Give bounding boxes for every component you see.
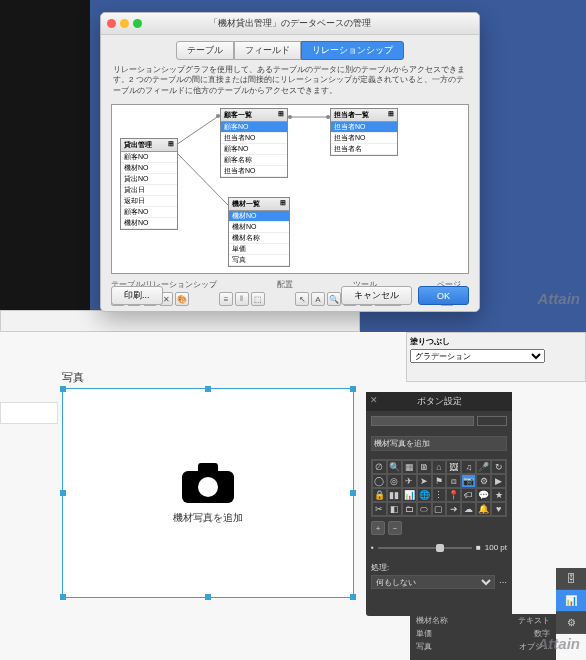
flag-icon[interactable]: ⚑: [432, 474, 447, 488]
add-icon-button[interactable]: +: [371, 521, 385, 535]
action-select[interactable]: 何もしない: [371, 575, 495, 589]
titlebar[interactable]: 「機材貸出管理」のデータベースの管理: [101, 13, 479, 35]
gear-icon[interactable]: ⚙: [476, 474, 491, 488]
tab-database-icon[interactable]: 🗄: [556, 568, 586, 590]
svg-point-5: [198, 477, 218, 497]
send-icon[interactable]: ✈: [402, 474, 417, 488]
home-icon[interactable]: ⌂: [432, 460, 447, 474]
relationship-graph[interactable]: 貸出管理⊞ 顧客NO 機材NO 貸出NO 貸出日 返却日 顧客NO 機材NO 顧…: [111, 104, 469, 274]
field-row[interactable]: 貸出NO: [121, 174, 177, 185]
camera-icon: [180, 461, 236, 505]
field-row[interactable]: 担当者NO: [331, 133, 397, 144]
prop-key: 写真: [416, 641, 432, 652]
field-row[interactable]: 担当者NO: [221, 133, 287, 144]
prop-key: 機材名称: [416, 615, 448, 626]
table-title: 顧客一覧: [224, 110, 252, 120]
box-icon[interactable]: ▢: [432, 502, 447, 516]
cylinder-icon[interactable]: ⬭: [417, 502, 432, 516]
field-row[interactable]: 貸出日: [121, 185, 177, 196]
folder-icon[interactable]: 🗀: [402, 502, 417, 516]
print-button[interactable]: 印刷...: [111, 286, 163, 305]
search-icon[interactable]: 🔍: [387, 460, 402, 474]
svg-rect-4: [198, 463, 218, 475]
fill-type-select[interactable]: グラデーション: [410, 349, 545, 363]
slider-max-icon: ■: [476, 543, 481, 552]
field-row[interactable]: 返却日: [121, 196, 177, 207]
cursor-icon[interactable]: ➤: [417, 474, 432, 488]
tab-relationships[interactable]: リレーションシップ: [301, 41, 404, 60]
chart-icon[interactable]: 📊: [402, 488, 417, 502]
lock-icon[interactable]: 🔒: [372, 488, 387, 502]
none-icon[interactable]: ∅: [372, 460, 387, 474]
tab-settings-icon[interactable]: ⚙: [556, 612, 586, 634]
image-icon[interactable]: 🖼: [446, 460, 461, 474]
bell-icon[interactable]: 🔔: [476, 502, 491, 516]
field-row[interactable]: 機材NO: [229, 222, 289, 233]
cut-icon[interactable]: ✂: [372, 502, 387, 516]
name-toggle[interactable]: [371, 416, 474, 426]
ok-button[interactable]: OK: [418, 286, 469, 305]
button-name-input[interactable]: [371, 436, 507, 451]
cancel-button[interactable]: キャンセル: [341, 286, 412, 305]
field-row[interactable]: 顧客NO: [121, 152, 177, 163]
photo-button-object[interactable]: 機材写真を追加: [62, 388, 354, 598]
field-row[interactable]: 担当者NO: [331, 122, 397, 133]
music-icon[interactable]: ♫: [461, 460, 476, 474]
circle-icon[interactable]: ◯: [372, 474, 387, 488]
field-row[interactable]: 単価: [229, 244, 289, 255]
table-box-lending[interactable]: 貸出管理⊞ 顧客NO 機材NO 貸出NO 貸出日 返却日 顧客NO 機材NO: [120, 138, 178, 230]
icon-picker[interactable]: ∅🔍▦🗎⌂🖼♫🎤↻ ◯◎✈➤⚑⧈📷⚙▶ 🔒▮▮📊🌐⋮📍🏷💬★ ✂◧🗀⬭▢➜☁🔔♥: [371, 459, 507, 517]
field-row[interactable]: 担当者NO: [221, 166, 287, 177]
reload-icon[interactable]: ↻: [491, 460, 506, 474]
star-icon[interactable]: ★: [491, 488, 506, 502]
field-row[interactable]: 顧客NO: [221, 144, 287, 155]
style-toggle[interactable]: [477, 416, 507, 426]
watermark: Attain: [538, 290, 581, 307]
arrow-icon[interactable]: ➜: [446, 502, 461, 516]
table-box-customers[interactable]: 顧客一覧⊞ 顧客NO 担当者NO 顧客NO 顧客名称 担当者NO: [220, 108, 288, 178]
video-icon[interactable]: ▶: [491, 474, 506, 488]
heart-icon[interactable]: ♥: [491, 502, 506, 516]
photo-caption: 機材写真を追加: [173, 511, 243, 525]
camera-icon[interactable]: 📷: [461, 474, 476, 488]
field-row[interactable]: 機材NO: [121, 218, 177, 229]
prop-value: テキスト: [518, 615, 550, 626]
cloud-icon[interactable]: ☁: [461, 502, 476, 516]
field-row[interactable]: 顧客NO: [121, 207, 177, 218]
link-icon[interactable]: ⧈: [446, 474, 461, 488]
cube-icon[interactable]: ◧: [387, 502, 402, 516]
field-row[interactable]: 顧客名称: [221, 155, 287, 166]
action-options-icon[interactable]: ⋯: [499, 578, 507, 587]
field-row[interactable]: 機材名称: [229, 233, 289, 244]
field-placeholder[interactable]: [0, 402, 58, 424]
target-icon[interactable]: ◎: [387, 474, 402, 488]
table-box-equipment[interactable]: 機材一覧⊞ 機材NO 機材NO 機材名称 単価 写真: [228, 197, 290, 267]
watermark: Attain: [538, 635, 581, 652]
pin-icon[interactable]: 📍: [446, 488, 461, 502]
field-row[interactable]: 機材NO: [229, 211, 289, 222]
barcode-icon[interactable]: ▮▮: [387, 488, 402, 502]
field-row[interactable]: 顧客NO: [221, 122, 287, 133]
tab-tables[interactable]: テーブル: [176, 41, 234, 60]
remove-icon-button[interactable]: −: [388, 521, 402, 535]
size-slider[interactable]: [378, 547, 472, 549]
tag-icon[interactable]: 🏷: [461, 488, 476, 502]
field-row[interactable]: 担当者名: [331, 144, 397, 155]
dialog-description: リレーションシップグラフを使用して、あるテーブルのデータに別のテーブルからアクセ…: [101, 60, 479, 101]
grid-icon[interactable]: ▦: [402, 460, 417, 474]
close-icon[interactable]: ✕: [370, 395, 378, 405]
panel-title: ボタン設定: [417, 396, 462, 406]
table-box-staff[interactable]: 担当者一覧⊞ 担当者NO 担当者NO 担当者名: [330, 108, 398, 156]
mic-icon[interactable]: 🎤: [476, 460, 491, 474]
tab-fields[interactable]: フィールド: [234, 41, 301, 60]
field-row[interactable]: 機材NO: [121, 163, 177, 174]
globe-icon[interactable]: 🌐: [417, 488, 432, 502]
field-row[interactable]: 写真: [229, 255, 289, 266]
action-label: 処理:: [371, 562, 389, 573]
dots-icon[interactable]: ⋮: [432, 488, 447, 502]
chat-icon[interactable]: 💬: [476, 488, 491, 502]
table-title: 担当者一覧: [334, 110, 369, 120]
document-icon[interactable]: 🗎: [417, 460, 432, 474]
fill-panel-title: 塗りつぶし: [410, 336, 582, 347]
tab-chart-icon[interactable]: 📊: [556, 590, 586, 612]
